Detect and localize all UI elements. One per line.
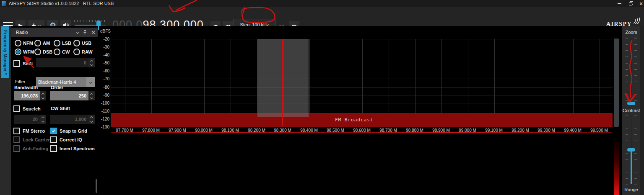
radio-mode-lsb[interactable]: LSB <box>54 40 71 46</box>
pin-icon[interactable] <box>83 30 87 35</box>
dbfs-axis-label: dBFS <box>100 29 111 33</box>
radio-button-icon[interactable] <box>73 40 80 46</box>
shift-checkbox[interactable]: Shift <box>13 60 33 67</box>
cw-shift-input[interactable]: 1,000 <box>50 115 95 124</box>
checkbox-icon[interactable] <box>13 60 20 67</box>
spinner[interactable] <box>88 58 95 67</box>
cw-shift-label: CW Shift <box>51 106 70 111</box>
y-tick-label: -80 <box>99 85 109 90</box>
checkbox-correct-iq[interactable]: Correct IQ <box>50 136 82 143</box>
radio-button-icon[interactable] <box>34 40 41 46</box>
zoom-slider-thumb[interactable] <box>627 102 635 105</box>
checkbox-fm-stereo[interactable]: FM Stereo <box>13 128 45 134</box>
radio-mode-nfm[interactable]: NFM <box>15 40 33 46</box>
gridline-horizontal <box>111 111 613 111</box>
radio-button-icon[interactable] <box>54 40 60 46</box>
spectrum-panel: dBFS -20-30-40-50-60-70-80-90-100-110-12… <box>99 26 621 195</box>
y-tick-label: -130 <box>99 125 109 129</box>
contrast-slider[interactable] <box>622 115 640 185</box>
toolbar: ▶ + ⚙ 000.098.300.000 ◂▸ ◂◂ Step: 100 kH… <box>0 7 644 26</box>
radio-button-icon[interactable] <box>73 49 80 55</box>
gridline-horizontal <box>111 39 613 39</box>
gridline-horizontal <box>111 103 613 103</box>
panel-title: Radio <box>16 30 28 35</box>
spinner[interactable] <box>88 115 95 124</box>
spinner[interactable] <box>40 115 46 124</box>
spinner[interactable] <box>88 91 95 100</box>
checkbox-icon[interactable]: ✓ <box>50 128 57 134</box>
filter-select[interactable]: Blackman-Harris 4 <box>36 77 95 87</box>
order-label: Order <box>51 85 63 90</box>
checkbox-lock-carrier: Lock Carrier <box>13 136 50 143</box>
y-tick-label: -120 <box>99 117 109 121</box>
checkbox-icon[interactable] <box>13 128 20 134</box>
close-icon[interactable] <box>91 31 95 34</box>
spectrum-scrollbar[interactable] <box>614 38 619 127</box>
zoom-label: Zoom <box>622 30 640 35</box>
squelch-input[interactable]: 20 <box>14 115 46 124</box>
checkbox-icon[interactable] <box>13 105 20 112</box>
radio-mode-wfm[interactable]: WFM <box>15 49 34 55</box>
checkbox-icon[interactable] <box>50 136 57 143</box>
radio-button-icon[interactable] <box>54 49 60 55</box>
minimize-icon <box>618 3 621 4</box>
radio-mode-cw[interactable]: CW <box>54 49 70 55</box>
tuning-selection[interactable] <box>257 39 309 117</box>
waterfall-display[interactable] <box>111 134 612 195</box>
radio-mode-grid: NFMAMLSBUSBWFMDSBCWRAW <box>11 40 98 57</box>
gridline-horizontal <box>111 71 613 71</box>
radio-button-icon[interactable] <box>34 49 41 55</box>
spin-down-icon[interactable] <box>90 63 93 66</box>
menu-icon <box>3 22 13 23</box>
radio-mode-raw[interactable]: RAW <box>73 49 93 55</box>
panel-scrollbar[interactable] <box>96 179 97 193</box>
window-title: AIRSPY SDR# Studio v1.0.0.1822 - RTL-SDR… <box>9 1 114 6</box>
checkbox-grid: FM Stereo✓Snap to GridLock CarrierCorrec… <box>11 128 98 182</box>
checkbox-snap-to-grid[interactable]: ✓Snap to Grid <box>50 128 87 134</box>
order-input[interactable]: 250 <box>50 91 95 100</box>
radio-panel-header[interactable]: Radio <box>11 28 98 37</box>
radio-button-icon[interactable] <box>15 40 21 46</box>
y-tick-label: -110 <box>99 109 109 113</box>
gridline-horizontal <box>111 95 613 95</box>
display-controls-panel: Zoom Contrast Range <box>622 26 640 195</box>
checkbox-anti-fading: Anti-Fading <box>13 145 48 152</box>
radio-mode-dsb[interactable]: DSB <box>34 49 52 55</box>
y-tick-label: -30 <box>99 45 109 49</box>
gridline-horizontal <box>111 47 613 47</box>
bandwidth-input[interactable]: 196,078 <box>14 91 46 100</box>
zoom-slider[interactable] <box>622 38 640 105</box>
squelch-checkbox[interactable]: Squelch <box>13 105 41 112</box>
minimize-button[interactable] <box>615 0 624 7</box>
checkbox-icon[interactable] <box>50 145 57 152</box>
y-tick-label: -100 <box>99 101 109 105</box>
sdr-sharp-window: AIRSPY SDR# Studio v1.0.0.1822 - RTL-SDR… <box>0 0 644 195</box>
tab-frequency-manager[interactable]: Frequency Manager * <box>1 26 9 78</box>
gridline-horizontal <box>111 55 613 55</box>
radio-button-icon[interactable] <box>15 49 21 55</box>
shift-input[interactable]: 0 <box>36 58 95 67</box>
gridline-horizontal <box>111 79 613 79</box>
dropdown-arrow[interactable] <box>86 77 95 87</box>
tuning-line[interactable] <box>282 39 283 126</box>
y-tick-label: -20 <box>99 37 109 41</box>
close-button[interactable]: × <box>636 0 644 7</box>
spinner[interactable] <box>40 91 46 100</box>
radio-mode-usb[interactable]: USB <box>73 40 91 46</box>
signal-waves-icon <box>633 18 643 24</box>
restore-button[interactable] <box>626 0 636 7</box>
spectrum-plot[interactable]: FM Broadcast <box>111 39 613 127</box>
right-scroll-strip <box>640 26 644 195</box>
radio-panel: Radio NFMAMLSBUSBWFMDSBCWRAW Shift 0 Fil… <box>11 26 98 195</box>
chevron-down-icon[interactable] <box>76 31 79 33</box>
fm-broadcast-band: FM Broadcast <box>111 113 613 127</box>
radio-mode-am[interactable]: AM <box>34 40 50 46</box>
checkbox-icon <box>13 145 20 152</box>
spin-up-icon[interactable] <box>90 59 93 62</box>
y-tick-label: -70 <box>99 77 109 81</box>
contrast-slider-thumb[interactable] <box>627 148 635 151</box>
gridline-horizontal <box>111 87 613 87</box>
checkbox-invert-spectrum[interactable]: Invert Spectrum <box>50 145 95 152</box>
y-tick-label: -60 <box>99 69 109 73</box>
y-tick-label: -90 <box>99 93 109 98</box>
